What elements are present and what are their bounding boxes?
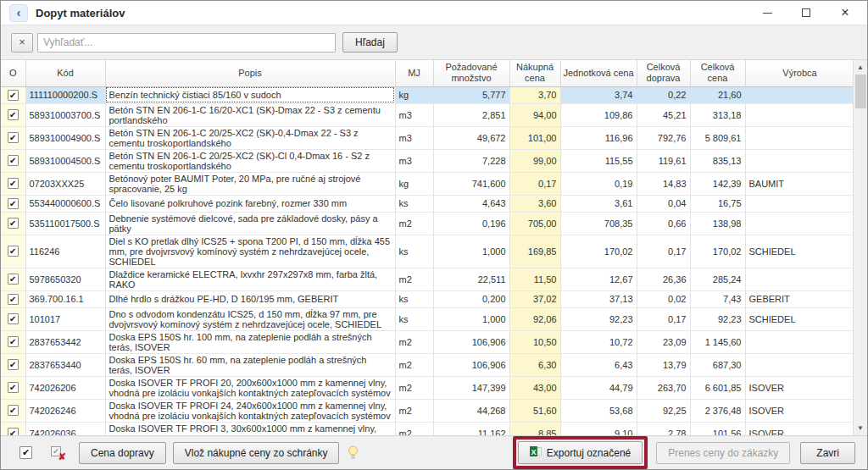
row-checkbox[interactable]: ✔ (8, 178, 19, 189)
celkova-doprava-cell[interactable]: 45,21 (637, 103, 690, 126)
table-row[interactable]: ✔101017Dno s odvodom kondenzátu ICS25, d… (1, 307, 853, 330)
vyrobca-cell[interactable]: ISOVER (745, 376, 853, 399)
celkova-doprava-cell[interactable]: 263,70 (637, 376, 690, 399)
mj-cell[interactable]: ks (395, 307, 433, 330)
scrollbar-thumb[interactable] (855, 75, 866, 108)
table-row[interactable]: ✔742026246Doska ISOVER TF PROFI 24, 240x… (1, 399, 853, 422)
celkova-cena-cell[interactable]: 687,30 (690, 353, 745, 376)
jednotkova-cena-cell[interactable]: 37,13 (560, 290, 637, 307)
col-header-celkova-cena[interactable]: Celková cena (690, 60, 745, 86)
popis-cell[interactable]: Betónový poter BAUMIT Poter, 20 MPa, pre… (105, 172, 395, 195)
popis-cell[interactable]: Dlhé hrdlo s drážkou PE-HD, D 160/195 mm… (105, 290, 395, 307)
pozadovane-mnozstvo-cell[interactable]: 2,851 (433, 103, 509, 126)
celkova-cena-cell[interactable]: 92,23 (690, 307, 745, 330)
row-checkbox[interactable]: ✔ (8, 109, 19, 120)
mj-cell[interactable]: ks (395, 235, 433, 268)
pozadovane-mnozstvo-cell[interactable]: 11,162 (433, 422, 509, 435)
nakupna-cena-cell[interactable]: 43,00 (509, 376, 560, 399)
celkova-doprava-cell[interactable]: 2,78 (637, 422, 690, 435)
nakupna-cena-cell[interactable]: 101,00 (509, 126, 560, 149)
search-input[interactable] (37, 33, 336, 53)
popis-cell[interactable]: Betón STN EN 206-1-C 20/25-XC2 (SK)-Cl 0… (105, 149, 395, 172)
vyrobca-cell[interactable] (745, 353, 853, 376)
table-row[interactable]: ✔07203XXX25Betónový poter BAUMIT Poter, … (1, 172, 853, 195)
vloz-nakupne-ceny-button[interactable]: Vlož nákupné ceny zo schránky (173, 442, 340, 464)
row-checkbox[interactable]: ✔ (8, 90, 19, 101)
jednotkova-cena-cell[interactable]: 115,55 (560, 149, 637, 172)
kod-cell[interactable]: 589310004500.S (25, 149, 105, 172)
pozadovane-mnozstvo-cell[interactable]: 44,268 (433, 399, 509, 422)
jednotkova-cena-cell[interactable]: 3,61 (560, 195, 637, 212)
col-header-mj[interactable]: MJ (395, 60, 433, 86)
scroll-up-icon[interactable]: ▲ (854, 60, 868, 75)
jednotkova-cena-cell[interactable]: 12,67 (560, 268, 637, 290)
table-row[interactable]: ✔742026206Doska ISOVER TF PROFI 20, 200x… (1, 376, 853, 399)
kod-cell[interactable]: 2837653442 (25, 330, 105, 353)
vyrobca-cell[interactable]: SCHIEDEL (745, 307, 853, 330)
kod-cell[interactable]: 553440000600.S (25, 195, 105, 212)
popis-cell[interactable]: Doska ISOVER TF PROFI 24, 240x600x1000 m… (105, 399, 395, 422)
celkova-doprava-cell[interactable]: 0,66 (637, 212, 690, 235)
col-header-jednotkova-cena[interactable]: Jednotková cena (560, 60, 637, 86)
celkova-cena-cell[interactable]: 142,39 (690, 172, 745, 195)
table-row[interactable]: ✔589310004900.SBetón STN EN 206-1-C 20/2… (1, 126, 853, 149)
pozadovane-mnozstvo-cell[interactable]: 5,777 (433, 86, 509, 103)
celkova-doprava-cell[interactable]: 119,61 (637, 149, 690, 172)
row-checkbox[interactable]: ✔ (8, 313, 19, 324)
popis-cell[interactable]: Betón STN EN 206-1-C 16/20-XC1 (SK)-Dmax… (105, 103, 395, 126)
vyrobca-cell[interactable] (745, 195, 853, 212)
nakupna-cena-cell[interactable]: 8,85 (509, 422, 560, 435)
celkova-cena-cell[interactable]: 138,98 (690, 212, 745, 235)
kod-cell[interactable]: 589310004900.S (25, 126, 105, 149)
row-checkbox[interactable]: ✔ (8, 294, 19, 305)
celkova-doprava-cell[interactable]: 0,17 (637, 307, 690, 330)
select-all-checkbox[interactable]: ✔ (19, 446, 32, 459)
vyrobca-cell[interactable] (745, 103, 853, 126)
table-row[interactable]: ✔369.700.16.1Dlhé hrdlo s drážkou PE-HD,… (1, 290, 853, 307)
mj-cell[interactable]: m2 (395, 353, 433, 376)
kod-cell[interactable]: 116246 (25, 235, 105, 268)
mj-cell[interactable]: m2 (395, 399, 433, 422)
vyrobca-cell[interactable] (745, 212, 853, 235)
celkova-cena-cell[interactable]: 16,75 (690, 195, 745, 212)
jednotkova-cena-cell[interactable]: 44,79 (560, 376, 637, 399)
kod-cell[interactable]: 369.700.16.1 (25, 290, 105, 307)
pozadovane-mnozstvo-cell[interactable]: 7,228 (433, 149, 509, 172)
jednotkova-cena-cell[interactable]: 53,68 (560, 399, 637, 422)
pozadovane-mnozstvo-cell[interactable]: 1,000 (433, 235, 509, 268)
jednotkova-cena-cell[interactable]: 3,74 (560, 86, 637, 103)
popis-cell[interactable]: Benzín technický čistiaci 85/160 v sudoc… (105, 86, 395, 103)
popis-cell[interactable]: Dlaždice keramické ELECTRA, lxvxhr 297x2… (105, 268, 395, 290)
mj-cell[interactable]: kg (395, 86, 433, 103)
col-header-celkova-doprava[interactable]: Celková doprava (637, 60, 690, 86)
popis-cell[interactable]: Doska ISOVER TF PROFI 3, 30x600x1000 mm … (105, 422, 395, 435)
row-checkbox[interactable]: ✔ (8, 382, 19, 393)
table-row[interactable]: ✔589310003700.SBetón STN EN 206-1-C 16/2… (1, 103, 853, 126)
nakupna-cena-cell[interactable]: 0,17 (509, 172, 560, 195)
celkova-doprava-cell[interactable]: 0,22 (637, 86, 690, 103)
mj-cell[interactable]: m3 (395, 149, 433, 172)
nakupna-cena-cell[interactable]: 169,85 (509, 235, 560, 268)
table-row[interactable]: ✔116246Diel s KO pretlak dlhý ICS25 + sp… (1, 235, 853, 268)
row-checkbox[interactable]: ✔ (8, 198, 19, 209)
row-checkbox[interactable]: ✔ (8, 405, 19, 416)
table-row[interactable]: ✔2837653442Doska EPS 150S hr. 100 mm, na… (1, 330, 853, 353)
maximize-button[interactable] (798, 4, 815, 21)
kod-cell[interactable]: 07203XXX25 (25, 172, 105, 195)
vyrobca-cell[interactable] (745, 126, 853, 149)
celkova-cena-cell[interactable]: 835,13 (690, 149, 745, 172)
vyrobca-cell[interactable] (745, 86, 853, 103)
jednotkova-cena-cell[interactable]: 6,43 (560, 353, 637, 376)
popis-cell[interactable]: Diel s KO pretlak dlhý ICS25 + spona T20… (105, 235, 395, 268)
nakupna-cena-cell[interactable]: 94,00 (509, 103, 560, 126)
nakupna-cena-cell[interactable]: 6,30 (509, 353, 560, 376)
row-checkbox[interactable]: ✔ (8, 132, 19, 143)
kod-cell[interactable]: 101017 (25, 307, 105, 330)
vyrobca-cell[interactable] (745, 149, 853, 172)
vertical-scrollbar[interactable]: ▲ ▼ (853, 60, 867, 435)
popis-cell[interactable]: Debnenie systémové dielcové, sada pre zá… (105, 212, 395, 235)
celkova-doprava-cell[interactable]: 0,17 (637, 235, 690, 268)
row-checkbox[interactable]: ✔ (8, 218, 19, 229)
uncheck-all-icon[interactable]: ✔ ✘ (51, 446, 64, 459)
pozadovane-mnozstvo-cell[interactable]: 49,672 (433, 126, 509, 149)
